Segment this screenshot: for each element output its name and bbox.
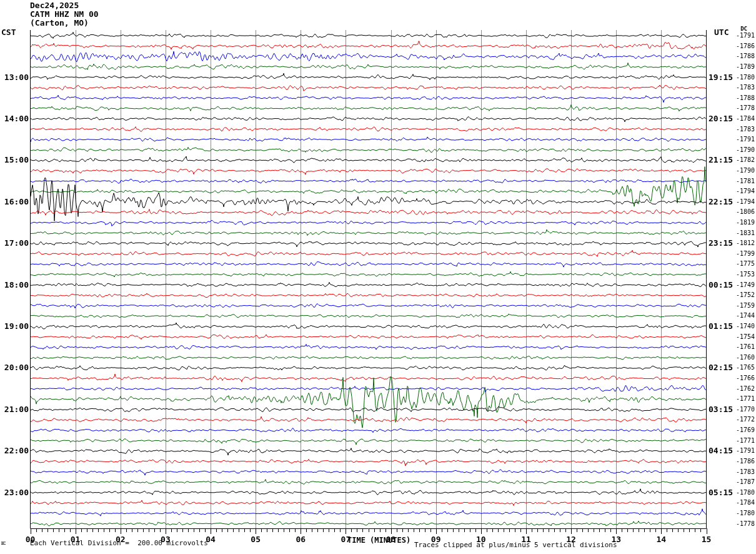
dc-value: -1783 bbox=[736, 468, 755, 475]
utc-quarter-label: 02:15 bbox=[709, 363, 733, 372]
dc-value: -1786 bbox=[736, 458, 755, 465]
dc-value: -1787 bbox=[736, 478, 755, 485]
x-tick-label: 14 bbox=[650, 535, 672, 544]
dc-value: -1771 bbox=[736, 395, 755, 402]
plot-date: Dec24,2025 bbox=[30, 1, 79, 10]
dc-value: -1759 bbox=[736, 302, 755, 309]
dc-value: -1794 bbox=[736, 198, 755, 205]
dc-value: -1799 bbox=[736, 250, 755, 257]
scale-note: Each Vertical Division = 200.00 microvol… bbox=[30, 539, 208, 547]
dc-value: -1791 bbox=[736, 447, 755, 454]
dc-value: -1794 bbox=[736, 188, 755, 194]
cst-hour-label: 15:00 bbox=[4, 155, 29, 164]
dc-value: -1771 bbox=[736, 437, 755, 444]
cst-hour-label: 18:00 bbox=[4, 280, 29, 290]
dc-value: -1786 bbox=[736, 43, 755, 49]
left-timezone-header: CST bbox=[1, 28, 16, 37]
dc-value: -1784 bbox=[736, 115, 755, 122]
dc-value: -1806 bbox=[736, 208, 755, 215]
dc-value: -1765 bbox=[736, 364, 755, 371]
dc-value: -1812 bbox=[736, 239, 755, 246]
utc-quarter-label: 20:15 bbox=[709, 114, 733, 123]
seismogram-plot bbox=[0, 0, 756, 554]
dc-value: -1819 bbox=[736, 219, 755, 226]
cst-hour-label: 17:00 bbox=[4, 238, 29, 248]
station-location: (Carton, MO) bbox=[30, 19, 89, 28]
dc-value: -1760 bbox=[736, 354, 755, 361]
cst-hour-label: 20:00 bbox=[4, 363, 29, 372]
x-axis-title: TIME (MINUTES) bbox=[347, 536, 410, 545]
dc-value: -1770 bbox=[736, 406, 755, 413]
dc-value: -1780 bbox=[736, 510, 755, 516]
dc-value: -1753 bbox=[736, 271, 755, 278]
dc-value: -1752 bbox=[736, 291, 755, 298]
x-tick-label: 15 bbox=[696, 535, 717, 544]
right-timezone-header: UTC bbox=[714, 28, 729, 37]
dc-value: -1769 bbox=[736, 426, 755, 433]
dc-value: -1778 bbox=[736, 104, 755, 111]
dc-value: -1788 bbox=[736, 94, 755, 101]
dc-value: -1740 bbox=[736, 323, 755, 330]
dc-value: -1784 bbox=[736, 499, 755, 506]
helicorder-page: Dec24,2025 CATM HHZ NM 00 (Carton, MO) C… bbox=[0, 0, 756, 554]
utc-quarter-label: 23:15 bbox=[709, 238, 733, 248]
dc-value: -1749 bbox=[736, 281, 755, 288]
dc-value: -1783 bbox=[736, 84, 755, 91]
dc-value: -1772 bbox=[736, 416, 755, 423]
dc-value: -1766 bbox=[736, 375, 755, 381]
x-tick-label: 06 bbox=[290, 535, 311, 544]
dc-column-header: DC bbox=[740, 26, 747, 32]
dc-value: -1775 bbox=[736, 260, 755, 267]
cst-hour-label: 22:00 bbox=[4, 446, 29, 455]
utc-quarter-label: 00:15 bbox=[709, 280, 733, 290]
utc-quarter-label: 04:15 bbox=[709, 446, 733, 455]
utc-quarter-label: 05:15 bbox=[709, 488, 733, 497]
utc-quarter-label: 01:15 bbox=[709, 321, 733, 331]
cst-hour-label: 23:00 bbox=[4, 488, 29, 497]
corner-mark: M bbox=[1, 541, 7, 545]
dc-value: -1778 bbox=[736, 520, 755, 527]
dc-value: -1790 bbox=[736, 146, 755, 153]
utc-quarter-label: 22:15 bbox=[709, 197, 733, 206]
station-id: CATM HHZ NM 00 bbox=[30, 10, 99, 19]
dc-value: -1790 bbox=[736, 167, 755, 174]
dc-value: -1831 bbox=[736, 229, 755, 236]
dc-value: -1780 bbox=[736, 74, 755, 81]
dc-value: -1782 bbox=[736, 156, 755, 163]
cst-hour-label: 19:00 bbox=[4, 321, 29, 331]
dc-value: -1762 bbox=[736, 385, 755, 392]
x-tick-label: 05 bbox=[245, 535, 266, 544]
cst-hour-label: 13:00 bbox=[4, 73, 29, 82]
dc-value: -1783 bbox=[736, 126, 755, 133]
dc-value: -1761 bbox=[736, 343, 755, 350]
clip-note: Traces clipped at plus/minus 5 vertical … bbox=[414, 541, 617, 549]
utc-quarter-label: 21:15 bbox=[709, 155, 733, 164]
dc-value: -1780 bbox=[736, 489, 755, 496]
dc-value: -1744 bbox=[736, 312, 755, 319]
dc-value: -1781 bbox=[736, 178, 755, 184]
dc-value: -1791 bbox=[736, 136, 755, 143]
cst-hour-label: 16:00 bbox=[4, 197, 29, 206]
cst-hour-label: 14:00 bbox=[4, 114, 29, 123]
dc-value: -1791 bbox=[736, 32, 755, 39]
utc-quarter-label: 03:15 bbox=[709, 405, 733, 414]
dc-value: -1788 bbox=[736, 53, 755, 59]
cst-hour-label: 21:00 bbox=[4, 405, 29, 414]
utc-quarter-label: 19:15 bbox=[709, 73, 733, 82]
dc-value: -1754 bbox=[736, 333, 755, 340]
dc-value: -1789 bbox=[736, 63, 755, 70]
